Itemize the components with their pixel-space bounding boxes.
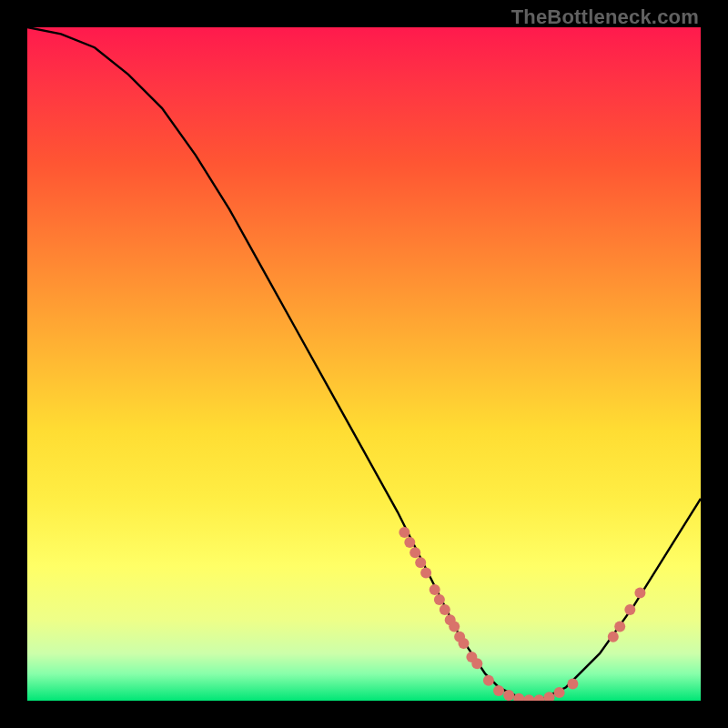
data-point (410, 547, 420, 558)
data-point (459, 638, 470, 649)
data-point (483, 675, 494, 686)
watermark-text: TheBottleneck.com (511, 5, 699, 29)
bottleneck-curve (27, 27, 701, 701)
data-point (503, 690, 514, 701)
data-point (430, 584, 440, 595)
data-point (493, 685, 504, 696)
data-point (634, 588, 645, 599)
data-point (624, 604, 635, 615)
data-point (608, 632, 619, 642)
data-point (533, 694, 544, 701)
data-point (440, 604, 450, 615)
data-point (471, 658, 482, 669)
data-point (399, 527, 410, 538)
data-point (523, 694, 534, 701)
data-point (434, 594, 445, 605)
data-point (404, 537, 415, 548)
chart-overlay-svg (27, 27, 701, 701)
data-point (567, 679, 578, 690)
data-points-group (399, 527, 645, 701)
data-point (554, 687, 565, 698)
data-point (420, 567, 431, 578)
data-point (415, 557, 426, 568)
chart-container: { "watermark": "TheBottleneck.com", "cha… (0, 0, 728, 728)
data-point (449, 622, 460, 632)
data-point (614, 622, 625, 632)
